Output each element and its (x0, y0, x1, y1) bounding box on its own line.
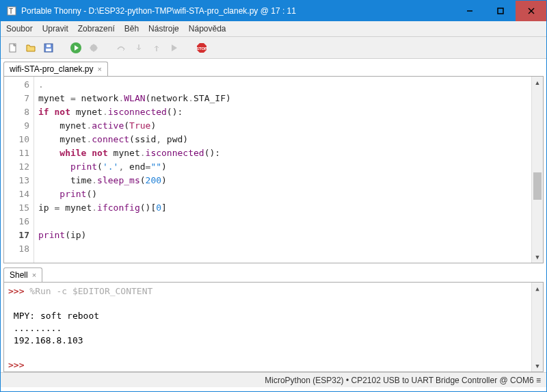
menubar: Soubor Upravit Zobrazení Běh Nástroje Ná… (1, 21, 546, 37)
tab-close-icon[interactable]: × (97, 65, 101, 73)
toolbar: STOP (1, 37, 546, 59)
svg-rect-3 (498, 8, 503, 14)
maximize-button[interactable] (485, 1, 516, 21)
shell-output[interactable]: >>> %Run -c $EDITOR_CONTENT MPY: soft re… (4, 283, 531, 371)
shell-panel[interactable]: >>> %Run -c $EDITOR_CONTENT MPY: soft re… (3, 282, 544, 372)
run-icon[interactable] (69, 41, 83, 55)
resume-icon[interactable] (168, 41, 181, 55)
editor-tabbar: wifi-STA-pro_clanek.py × (1, 59, 546, 76)
open-file-icon[interactable] (24, 41, 38, 55)
svg-rect-8 (46, 49, 51, 51)
shell-tabbar: Shell × (1, 263, 546, 282)
menu-edit[interactable]: Upravit (42, 24, 68, 34)
shell-tab-close-icon[interactable]: × (32, 271, 36, 279)
menu-view[interactable]: Zobrazení (78, 24, 115, 34)
menu-file[interactable]: Soubor (6, 24, 33, 34)
svg-text:T: T (9, 8, 13, 15)
status-text[interactable]: MicroPython (ESP32) • CP2102 USB to UART… (265, 376, 541, 385)
menu-tools[interactable]: Nástroje (148, 24, 179, 34)
shell-tab[interactable]: Shell × (3, 267, 42, 282)
scroll-thumb[interactable] (533, 172, 542, 200)
scroll-up-icon[interactable]: ▲ (532, 283, 543, 294)
step-into-icon[interactable] (132, 41, 146, 55)
step-out-icon[interactable] (150, 41, 163, 55)
close-button[interactable] (516, 1, 546, 21)
debug-icon[interactable] (87, 41, 101, 55)
shell-scrollbar[interactable]: ▲ ▼ (531, 283, 543, 371)
menu-help[interactable]: Nápověda (189, 24, 226, 34)
shell-tab-label: Shell (10, 270, 28, 280)
titlebar: T Portable Thonny - D:\ESP32-python-TMP\… (1, 1, 546, 21)
app-icon: T (6, 5, 17, 16)
step-over-icon[interactable] (114, 41, 128, 55)
stop-icon[interactable]: STOP (195, 41, 209, 55)
statusbar: MicroPython (ESP32) • CP2102 USB to UART… (1, 372, 546, 387)
editor-scrollbar[interactable]: ▲ ▼ (531, 77, 543, 263)
line-gutter: 6789101112131415161718 (4, 77, 34, 263)
window-title: Portable Thonny - D:\ESP32-python-TMP\wi… (21, 6, 454, 16)
code-area[interactable]: .mynet = network.WLAN(network.STA_IF)if … (34, 77, 531, 263)
scroll-up-icon[interactable]: ▲ (532, 77, 543, 88)
svg-rect-9 (46, 44, 51, 47)
svg-text:STOP: STOP (196, 47, 207, 51)
scroll-down-icon[interactable]: ▼ (532, 360, 543, 371)
minimize-button[interactable] (454, 1, 485, 21)
editor[interactable]: 6789101112131415161718 .mynet = network.… (3, 76, 544, 263)
menu-run[interactable]: Běh (124, 24, 139, 34)
new-file-icon[interactable] (6, 41, 20, 55)
save-file-icon[interactable] (42, 41, 55, 55)
tab-label: wifi-STA-pro_clanek.py (10, 64, 93, 74)
editor-tab[interactable]: wifi-STA-pro_clanek.py × (3, 62, 108, 76)
scroll-down-icon[interactable]: ▼ (532, 251, 543, 263)
